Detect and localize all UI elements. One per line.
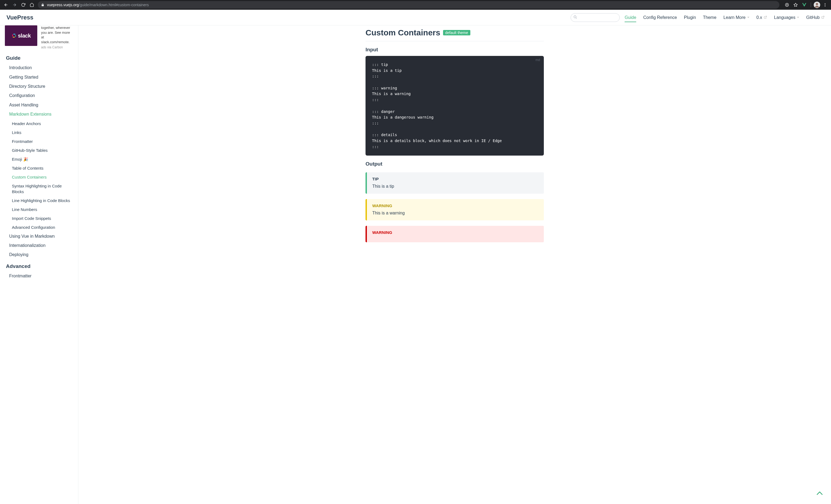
nav-link-github[interactable]: GitHub — [806, 13, 825, 22]
sidebar-item[interactable]: Markdown Extensions — [0, 110, 78, 119]
danger-title: WARNING — [372, 230, 538, 235]
sidebar-subitem[interactable]: GitHub-Style Tables — [0, 146, 78, 155]
sidebar-subitem[interactable]: Header Anchors — [0, 119, 78, 128]
browser-address-bar[interactable]: vuepress.vuejs.org/guide/markdown.html#c… — [38, 1, 779, 9]
ad-attribution: ads via Carbon — [41, 46, 73, 49]
warning-title: WARNING — [372, 203, 538, 208]
content: Custom Containers default theme Input md… — [78, 25, 831, 504]
browser-bookmark-button[interactable] — [792, 1, 799, 9]
svg-line-14 — [823, 16, 824, 18]
sidebar-item[interactable]: Configuration — [0, 91, 78, 100]
sidebar-item[interactable]: Directory Structure — [0, 82, 78, 91]
nav-link-0-x[interactable]: 0.x — [756, 13, 767, 22]
code-block: md ::: tip This is a tip ::: ::: warning… — [366, 56, 544, 155]
sidebar-item[interactable]: Getting Started — [0, 73, 78, 82]
ad-copy: together, wherever you are. See more at … — [41, 25, 73, 44]
external-link-icon — [764, 15, 767, 20]
svg-point-7 — [816, 3, 818, 5]
browser-back-button[interactable] — [2, 1, 10, 9]
svg-line-13 — [765, 16, 767, 18]
output-subheading: Output — [366, 161, 544, 167]
input-subheading: Input — [366, 47, 544, 53]
tip-body: This is a tip — [372, 184, 538, 189]
ad-brand: slack — [18, 33, 31, 39]
search-icon — [573, 15, 577, 20]
sidebar-group-title: Advanced — [0, 260, 78, 271]
search-input[interactable] — [571, 13, 620, 22]
nav-link-label: GitHub — [806, 15, 820, 20]
chevron-down-icon — [797, 17, 799, 18]
svg-point-10 — [825, 6, 826, 6]
danger-block: WARNING — [366, 226, 544, 242]
sidebar: slack together, wherever you are. See mo… — [0, 25, 78, 504]
browser-chrome: vuepress.vuejs.org/guide/markdown.html#c… — [0, 0, 831, 10]
sidebar-item[interactable]: Using Vue in Markdown — [0, 232, 78, 241]
heading-badge: default theme — [443, 30, 470, 35]
external-link-icon — [821, 15, 825, 20]
sidebar-subitem[interactable]: Custom Containers — [0, 173, 78, 181]
browser-reload-button[interactable] — [20, 1, 27, 9]
code-language-label: md — [536, 58, 540, 62]
nav-link-learn-more[interactable]: Learn More — [723, 13, 749, 22]
svg-line-12 — [576, 18, 577, 18]
nav-link-theme[interactable]: Theme — [703, 13, 716, 22]
sidebar-subitem[interactable]: Table of Contents — [0, 164, 78, 173]
nav-link-label: Guide — [625, 15, 636, 20]
nav-link-languages[interactable]: Languages — [774, 13, 799, 22]
url-path: /guide/markdown.html#custom-containers — [79, 3, 149, 7]
sidebar-subitem[interactable]: Emoji 🎉 — [0, 155, 78, 164]
browser-install-button[interactable] — [783, 1, 791, 9]
svg-point-9 — [825, 5, 826, 5]
browser-profile-avatar[interactable] — [814, 2, 820, 8]
sidebar-item[interactable]: Introduction — [0, 63, 78, 72]
nav-links: GuideConfig ReferencePluginThemeLearn Mo… — [625, 13, 825, 22]
tip-title: TIP — [372, 177, 538, 181]
slack-icon — [11, 33, 17, 38]
sidebar-subitem[interactable]: Import Code Snippets — [0, 214, 78, 223]
sidebar-subitem[interactable]: Links — [0, 128, 78, 137]
chevron-down-icon — [747, 17, 749, 18]
url-host: vuepress.vuejs.org — [47, 3, 79, 7]
nav-link-label: Languages — [774, 15, 795, 20]
carbon-ad[interactable]: slack together, wherever you are. See mo… — [5, 25, 73, 49]
ad-image: slack — [5, 25, 37, 46]
browser-menu-button[interactable] — [821, 1, 829, 9]
svg-marker-5 — [794, 3, 797, 6]
sidebar-subitem[interactable]: Syntax Highlighting in Code Blocks — [0, 181, 78, 196]
nav-link-config-reference[interactable]: Config Reference — [643, 13, 677, 22]
sidebar-subitem[interactable]: Frontmatter — [0, 137, 78, 146]
sidebar-group-title: Guide — [0, 51, 78, 63]
sidebar-item[interactable]: Deploying — [0, 250, 78, 259]
warning-body: This is a warning — [372, 211, 538, 215]
page-heading-text: Custom Containers — [366, 28, 440, 37]
nav-link-label: Plugin — [684, 15, 696, 20]
svg-point-8 — [825, 3, 826, 4]
sidebar-item[interactable]: Asset Handling — [0, 100, 78, 110]
sidebar-item[interactable]: Frontmatter — [0, 271, 78, 280]
nav-link-guide[interactable]: Guide — [625, 13, 636, 22]
browser-home-button[interactable] — [28, 1, 36, 9]
tip-block: TIP This is a tip — [366, 172, 544, 194]
site-navbar: VuePress GuideConfig ReferencePluginThem… — [0, 10, 831, 25]
browser-forward-button[interactable] — [11, 1, 18, 9]
nav-link-label: 0.x — [756, 15, 762, 20]
sidebar-subitem[interactable]: Line Highlighting in Code Blocks — [0, 196, 78, 205]
nav-link-plugin[interactable]: Plugin — [684, 13, 696, 22]
sidebar-item[interactable]: Internationalization — [0, 241, 78, 250]
sidebar-subitem[interactable]: Line Numbers — [0, 205, 78, 214]
page-heading: Custom Containers default theme — [366, 28, 544, 41]
code-content[interactable]: ::: tip This is a tip ::: ::: warning Th… — [372, 62, 537, 150]
site-search — [571, 13, 620, 22]
browser-extension-vue-icon[interactable] — [800, 1, 808, 9]
nav-link-label: Learn More — [723, 15, 746, 20]
divider — [811, 2, 811, 7]
back-to-top-button[interactable] — [816, 490, 824, 498]
site-title[interactable]: VuePress — [6, 14, 33, 21]
warning-block: WARNING This is a warning — [366, 199, 544, 220]
nav-link-label: Theme — [703, 15, 716, 20]
nav-link-label: Config Reference — [643, 15, 677, 20]
sidebar-subitem[interactable]: Advanced Configuration — [0, 223, 78, 232]
lock-icon — [41, 3, 44, 6]
